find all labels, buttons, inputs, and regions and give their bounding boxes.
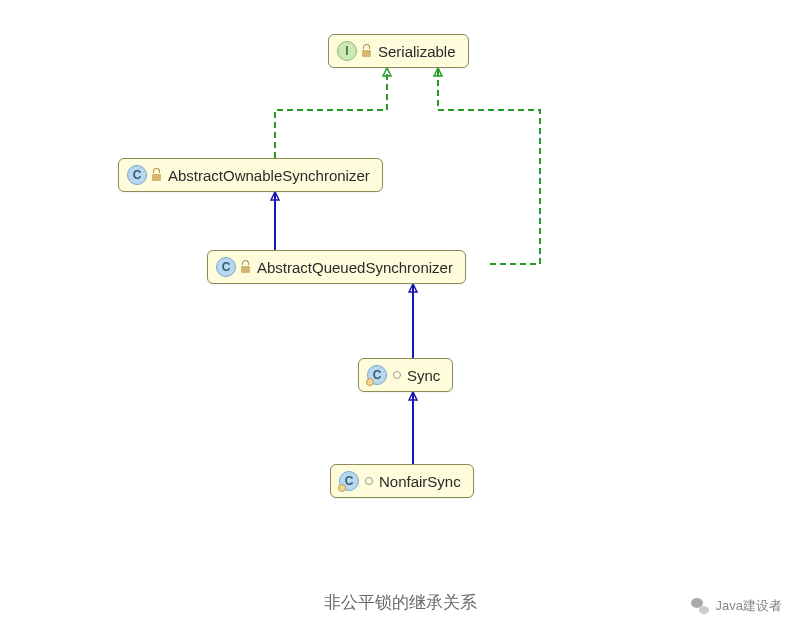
- wechat-icon: [690, 596, 710, 616]
- interface-icon: I: [337, 41, 357, 61]
- node-label: Serializable: [378, 43, 456, 60]
- inner-class-icon: C: [339, 471, 359, 491]
- node-label: AbstractQueuedSynchronizer: [257, 259, 453, 276]
- diagram-canvas: I Serializable C AbstractOwnableSynchron…: [0, 0, 800, 638]
- node-label: NonfairSync: [379, 473, 461, 490]
- class-icon: C: [216, 257, 236, 277]
- inner-class-icon: C: [367, 365, 387, 385]
- lock-icon: [363, 46, 372, 57]
- node-abstract-ownable-synchronizer: C AbstractOwnableSynchronizer: [118, 158, 383, 192]
- node-sync: C Sync: [358, 358, 453, 392]
- lock-icon: [242, 262, 251, 273]
- dot-icon: [365, 477, 373, 485]
- class-icon: C: [127, 165, 147, 185]
- node-label: AbstractOwnableSynchronizer: [168, 167, 370, 184]
- watermark: Java建设者: [690, 596, 782, 616]
- connector-layer: [0, 0, 800, 638]
- dot-icon: [393, 371, 401, 379]
- diagram-caption: 非公平锁的继承关系: [0, 591, 800, 614]
- lock-icon: [153, 170, 162, 181]
- node-nonfair-sync: C NonfairSync: [330, 464, 474, 498]
- node-serializable: I Serializable: [328, 34, 469, 68]
- node-abstract-queued-synchronizer: C AbstractQueuedSynchronizer: [207, 250, 466, 284]
- watermark-text: Java建设者: [716, 597, 782, 615]
- node-label: Sync: [407, 367, 440, 384]
